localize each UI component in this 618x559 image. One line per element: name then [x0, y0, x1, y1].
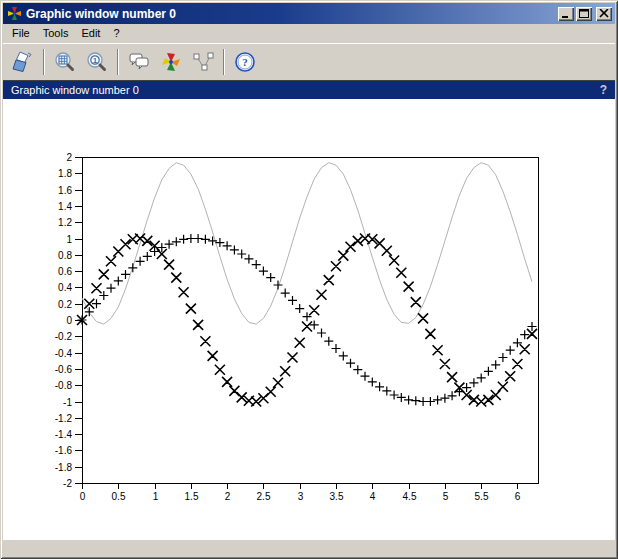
svg-text:1.8: 1.8: [58, 168, 72, 179]
toolbar: 1: [3, 43, 615, 80]
minimize-button[interactable]: [558, 7, 574, 21]
menu-edit[interactable]: Edit: [77, 25, 109, 42]
menubar: File Tools Edit ?: [3, 24, 615, 43]
zoom-area-button[interactable]: [50, 47, 80, 77]
close-icon: [599, 9, 609, 18]
svg-text:-0.2: -0.2: [55, 331, 73, 342]
figure-infobar: Graphic window number 0 ?: [3, 80, 615, 99]
infobar-text: Graphic window number 0: [11, 84, 600, 96]
svg-text:2: 2: [66, 152, 72, 163]
infobar-help-icon[interactable]: ?: [600, 83, 607, 97]
minimize-icon: [561, 9, 571, 19]
scilab-app-icon: [7, 6, 22, 21]
rotate-squares-icon: [11, 50, 35, 74]
toolbar-separator: [117, 49, 119, 75]
graphic-window: Graphic window number 0 File Too: [0, 0, 618, 559]
svg-text:3: 3: [298, 491, 304, 502]
svg-text:2: 2: [225, 491, 231, 502]
zoom-area-icon: [53, 50, 77, 74]
color-pinwheel-icon: [159, 50, 183, 74]
svg-text:0.5: 0.5: [112, 491, 126, 502]
svg-text:1.5: 1.5: [185, 491, 199, 502]
svg-text:0.6: 0.6: [58, 266, 72, 277]
svg-text:3.5: 3.5: [330, 491, 344, 502]
help-icon: ?: [233, 50, 257, 74]
svg-text:1.2: 1.2: [58, 217, 72, 228]
initial-zoom-icon: 1: [85, 50, 109, 74]
svg-text:0.8: 0.8: [58, 250, 72, 261]
svg-text:-1.6: -1.6: [55, 445, 73, 456]
svg-text:0: 0: [66, 315, 72, 326]
svg-text:4: 4: [370, 491, 376, 502]
menu-file[interactable]: File: [8, 25, 39, 42]
menu-tools[interactable]: Tools: [39, 25, 78, 42]
svg-text:1: 1: [153, 491, 159, 502]
ged-dialogs-button[interactable]: [124, 47, 154, 77]
datatip-polyline-button[interactable]: [188, 47, 218, 77]
svg-text:1.6: 1.6: [58, 185, 72, 196]
svg-text:5: 5: [443, 491, 449, 502]
svg-text:-1: -1: [63, 397, 72, 408]
colored-surface-button[interactable]: [156, 47, 186, 77]
svg-text:-0.6: -0.6: [55, 364, 73, 375]
svg-text:1: 1: [93, 56, 98, 65]
speech-bubbles-icon: [127, 50, 151, 74]
svg-text:4.5: 4.5: [403, 491, 417, 502]
svg-text:?: ?: [242, 56, 248, 68]
svg-text:6: 6: [515, 491, 521, 502]
svg-text:-0.8: -0.8: [55, 380, 73, 391]
figure-canvas[interactable]: 21.81.61.41.210.80.60.40.20-0.2-0.4-0.6-…: [3, 99, 615, 539]
svg-text:-1.2: -1.2: [55, 413, 73, 424]
maximize-button[interactable]: [576, 7, 592, 21]
plot-area[interactable]: 21.81.61.41.210.80.60.40.20-0.2-0.4-0.6-…: [3, 99, 615, 539]
help-button[interactable]: ?: [230, 47, 260, 77]
svg-text:0: 0: [80, 491, 86, 502]
titlebar[interactable]: Graphic window number 0: [3, 3, 615, 24]
toolbar-separator: [223, 49, 225, 75]
initial-zoom-button[interactable]: 1: [82, 47, 112, 77]
rotate-button[interactable]: [8, 47, 38, 77]
svg-text:2.5: 2.5: [257, 491, 271, 502]
maximize-icon: [579, 9, 589, 19]
svg-text:-0.4: -0.4: [55, 348, 73, 359]
window-title: Graphic window number 0: [26, 7, 558, 21]
svg-text:-2: -2: [63, 478, 72, 489]
menu-help[interactable]: ?: [109, 25, 128, 42]
datatip-polyline-icon: [191, 50, 215, 74]
toolbar-separator: [43, 49, 45, 75]
svg-text:1: 1: [66, 234, 72, 245]
statusbar: [3, 539, 615, 556]
svg-text:-1.4: -1.4: [55, 429, 73, 440]
svg-text:-1.8: -1.8: [55, 462, 73, 473]
svg-text:1.4: 1.4: [58, 201, 72, 212]
svg-text:0.4: 0.4: [58, 282, 72, 293]
svg-text:0.2: 0.2: [58, 299, 72, 310]
close-button[interactable]: [596, 7, 612, 21]
svg-text:5.5: 5.5: [475, 491, 489, 502]
